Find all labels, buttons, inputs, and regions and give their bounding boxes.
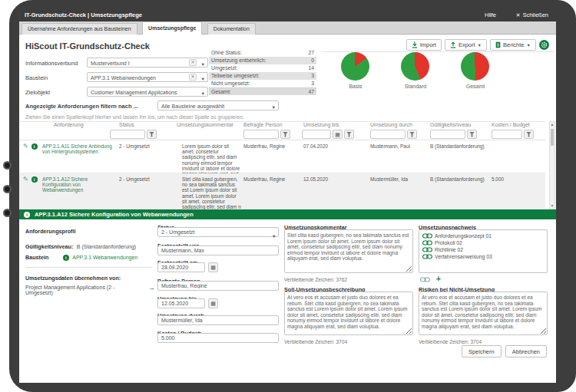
filter-button[interactable] (467, 130, 477, 139)
calendar-button[interactable]: ▦ (208, 262, 218, 272)
umsetzung-bis-filter-input[interactable] (302, 130, 331, 139)
filter-button[interactable] (344, 130, 354, 139)
cell-status: 2 - Umgesetzt (119, 143, 174, 149)
nachweis-item[interactable]: Protokoll 02 (422, 239, 544, 246)
summary-row: Nicht umgesetzt:3 (209, 80, 316, 87)
table-scrollbar[interactable]: ▲ ▼ (549, 121, 555, 209)
info-icon: i (24, 212, 30, 218)
save-button[interactable]: Speichern (462, 345, 502, 357)
column-header-gueltigkeitsniveau[interactable]: Gültigkeitsniveau (430, 122, 490, 127)
link-icon[interactable] (420, 277, 430, 282)
column-header-befragte-person[interactable]: Befragte Person (243, 122, 297, 127)
umsetzung-bis-input[interactable] (157, 298, 205, 308)
edit-icon[interactable]: ✎ (23, 143, 28, 150)
zielobjekt-label: Zielobjekt (25, 89, 50, 96)
column-header-anforderung[interactable]: Anforderung (54, 122, 124, 127)
soll-beschreibung-textarea[interactable]: At vero eos et accusam et justo duo dolo… (284, 292, 413, 335)
risiken-counter: Verbleibende Zeichen: 3704 (419, 339, 482, 344)
filter-button[interactable] (280, 130, 290, 139)
tabstrip: Übernahme Anforderungen aus Bausteinen U… (19, 21, 556, 35)
nachweis-item[interactable]: Anforderungskonzept 01 (422, 232, 544, 239)
informationsverbund-select[interactable]: Musterverbund I ✕ ▼ (87, 58, 208, 68)
cell-anforderung[interactable]: APP.3.1.A11 Sichere Anbindung von Hinter… (42, 143, 113, 154)
settings-button[interactable] (539, 40, 549, 50)
risiken-textarea[interactable]: At vero eos et accusam et justo duo dolo… (419, 292, 548, 335)
nachweis-item[interactable]: Verfahrensanweisung 03 (422, 253, 544, 260)
baustein-select[interactable]: APP.3.1 Webanwendungen ✕ ▼ (87, 72, 208, 82)
clear-icon[interactable]: ✕ (189, 59, 197, 66)
filter-button[interactable] (147, 130, 157, 139)
umsetzung-durch-filter-input[interactable] (370, 130, 406, 139)
nachweis-item[interactable]: Richtlinie 02 (422, 246, 544, 253)
table-row[interactable]: ✎ i APP.3.1.A11 Sichere Anbindung von Hi… (19, 140, 545, 173)
funnel-icon (526, 132, 531, 137)
app-title: IT-Grundschutz-Check | Umsetzungspflege (25, 12, 142, 18)
report-icon (495, 41, 501, 48)
status-select[interactable]: 2 - Umgesetzt ▼ (157, 227, 279, 237)
detail-header-bar[interactable]: i APP.3.1.A12 Sichere Konfiguration von … (19, 209, 556, 219)
berichte-button[interactable]: Berichte ▼ (490, 39, 536, 51)
add-nachweis-button[interactable]: + (436, 276, 441, 282)
toolbar: Import Export ▼ Berichte ▼ (406, 39, 549, 51)
calendar-button[interactable]: ▦ (208, 298, 218, 308)
scrollbar-thumb[interactable] (551, 129, 554, 146)
baustein-detail-label: Baustein (25, 254, 48, 261)
apply-arrow-icon[interactable]: → (148, 284, 155, 292)
tab-uebernahme-anforderungen[interactable]: Übernahme Anforderungen aus Bausteinen (22, 23, 137, 35)
status-filter-input[interactable] (110, 130, 145, 139)
gueltigkeitsniveau-filter-input[interactable] (430, 130, 465, 139)
panel-divider (25, 267, 152, 268)
column-header-umsetzung-bis[interactable]: Umsetzung bis (303, 122, 357, 127)
link-icon (422, 233, 432, 239)
chevron-down-icon: ▼ (201, 75, 205, 84)
column-header-status[interactable]: Status (119, 122, 174, 127)
link-icon (422, 247, 432, 252)
kosten-filter-input[interactable] (492, 130, 522, 139)
import-button[interactable]: Import (406, 39, 442, 51)
cell-umsetzung-bis: 12.05.2020 (303, 176, 357, 182)
column-header-kosten-budget[interactable]: Kosten / Budget (492, 122, 539, 127)
anforderungsprofil-title: Anforderungsprofil (25, 228, 75, 235)
chevron-down-icon: ▼ (272, 104, 276, 112)
info-icon[interactable]: i (31, 143, 38, 150)
link-icon (422, 254, 432, 259)
befragte-person-input[interactable] (157, 281, 279, 291)
funnel-icon (409, 132, 415, 137)
column-header-umsetzung-durch[interactable]: Umsetzung durch (370, 122, 427, 127)
scroll-up-icon[interactable]: ▲ (550, 122, 554, 127)
festgestellt-von-input[interactable] (157, 245, 279, 255)
funnel-icon (346, 132, 352, 137)
group-by-hint[interactable]: Ziehen Sie einen Spaltenkopf hierher und… (25, 114, 244, 120)
cell-anforderung[interactable]: APP.3.1.A12 Sichere Konfiguration von We… (42, 176, 113, 193)
tab-umsetzungspflege[interactable]: Umsetzungspflege (142, 21, 202, 35)
pie-chart-gesamt (461, 52, 489, 81)
kosten-budget-input[interactable] (157, 333, 279, 343)
close-button[interactable]: ✕Schließen (516, 12, 548, 18)
cancel-button[interactable]: Abbrechen (505, 345, 547, 357)
cell-status: 2 - Umgesetzt (119, 176, 174, 182)
help-link[interactable]: Hilfe (485, 12, 496, 18)
calendar-button[interactable]: ▦ (333, 130, 343, 139)
calendar-icon: ▦ (210, 265, 216, 270)
chevron-down-icon: ▼ (527, 43, 531, 48)
calendar-icon: ▦ (210, 301, 216, 306)
umsetzungskommentar-textarea[interactable]: Stet clita kasd gubergren, no sea takima… (284, 229, 413, 273)
filter-button[interactable] (407, 130, 417, 139)
tab-dokumentation[interactable]: Dokumentation (207, 23, 256, 35)
export-button[interactable]: Export ▼ (445, 39, 487, 51)
baustein-link[interactable]: APP.3.1 Webanwendungen (72, 255, 137, 260)
scroll-down-icon[interactable]: ▼ (550, 203, 554, 209)
umsetzung-durch-input[interactable] (157, 315, 279, 325)
table-row[interactable]: ✎ i APP.3.1.A12 Sichere Konfiguration vo… (19, 173, 545, 209)
edit-icon[interactable]: ✎ (23, 176, 28, 183)
zielobjekt-select[interactable]: Customer Management Applications ▼ (87, 87, 208, 97)
column-header-umsetzungskommentar[interactable]: Umsetzungskommentar (177, 122, 237, 127)
filter-button[interactable] (524, 130, 534, 139)
clear-icon[interactable]: ✕ (189, 74, 197, 81)
chevron-down-icon: ▼ (272, 234, 276, 239)
festgestellt-am-input[interactable] (157, 262, 205, 272)
info-icon[interactable]: i (31, 176, 38, 183)
befragte-person-filter-input[interactable] (243, 130, 279, 139)
bausteine-filter-select[interactable]: Alle Bausteine ausgewählt ▼ (157, 100, 279, 110)
info-icon: i (63, 255, 69, 261)
